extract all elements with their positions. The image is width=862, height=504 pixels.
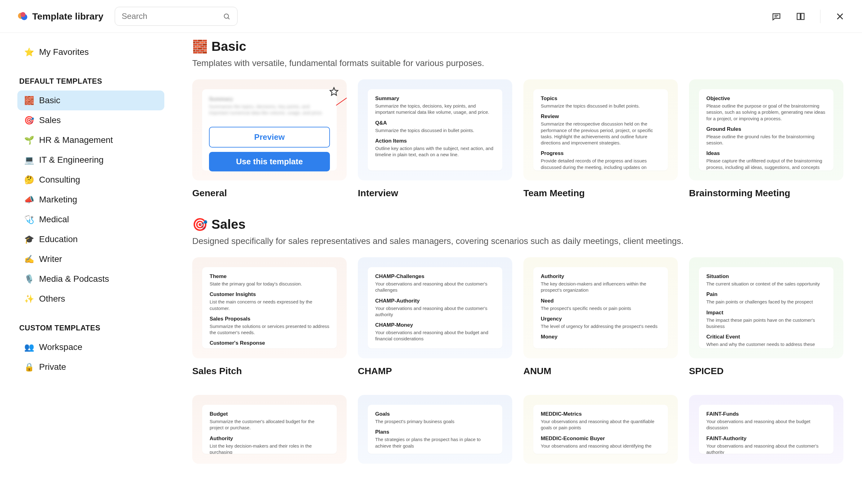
close-icon[interactable]: [835, 12, 845, 21]
sidebar-item-sales[interactable]: 🎯Sales: [17, 110, 164, 130]
sidebar-item-hr-management[interactable]: 🌱HR & Management: [17, 130, 164, 150]
search-box[interactable]: [115, 7, 237, 26]
preview-block-heading: Urgency: [541, 316, 661, 322]
template-card[interactable]: Summary Summarize the topics, decisions,…: [192, 79, 347, 198]
sidebar-item-basic[interactable]: 🧱Basic: [17, 91, 164, 110]
template-card[interactable]: ThemeState the primary goal for today's …: [192, 257, 347, 376]
preview-block-heading: Progress: [541, 150, 661, 157]
preview-block-heading: Ground Rules: [706, 126, 826, 132]
template-card[interactable]: ObjectivePlease outline the purpose or g…: [689, 79, 844, 198]
preview-block-text: The current situation or context of the …: [706, 281, 826, 287]
svg-point-2: [21, 12, 25, 17]
sidebar-item-label: Basic: [39, 95, 60, 105]
preview-block-text: Provide detailed records of the progress…: [541, 158, 661, 171]
sidebar-item-consulting[interactable]: 🤔Consulting: [17, 170, 164, 190]
sidebar-item-icon: ✨: [24, 294, 34, 304]
template-card[interactable]: FAINT-FundsYour observations and reasoni…: [689, 395, 844, 464]
preview-block-heading: Customer Insights: [210, 291, 329, 297]
preview-block-heading: Budget: [210, 411, 329, 417]
sidebar-item-label: HR & Management: [39, 135, 113, 145]
preview-block-heading: Ideas: [706, 150, 826, 157]
sidebar-item-label: Marketing: [39, 195, 77, 204]
sidebar-favorites[interactable]: ⭐My Favorites: [17, 42, 164, 62]
preview-block-text: Outline key action plans with the subjec…: [375, 145, 495, 158]
card-preview: TopicsSummarize the topics discussed in …: [533, 89, 668, 171]
preview-block-text: The strategies or plans the prospect has…: [375, 436, 495, 449]
template-card[interactable]: MEDDIC-MetricsYour observations and reas…: [523, 395, 678, 464]
preview-block-heading: Review: [541, 114, 661, 120]
sidebar-item-icon: 🌱: [24, 135, 34, 145]
preview-block-heading: Sales Proposals: [210, 316, 329, 322]
section-title: 🧱Basic: [192, 39, 844, 54]
sidebar-item-media-podcasts[interactable]: 🎙️Media & Podcasts: [17, 269, 164, 289]
template-card[interactable]: GoalsThe prospect's primary business goa…: [358, 395, 512, 464]
sidebar: ⭐My FavoritesDEFAULT TEMPLATES🧱Basic🎯Sal…: [0, 33, 174, 504]
sidebar-item-label: Medical: [39, 214, 69, 224]
feedback-icon[interactable]: [772, 12, 781, 21]
preview-block-heading: Critical Event: [706, 334, 826, 340]
sidebar-item-workspace[interactable]: 👥Workspace: [17, 337, 164, 357]
sidebar-item-private[interactable]: 🔒Private: [17, 357, 164, 377]
preview-block-heading: CHAMP-Money: [375, 322, 495, 328]
sidebar-item-education[interactable]: 🎓Education: [17, 229, 164, 249]
sidebar-item-it-engineering[interactable]: 💻IT & Engineering: [17, 150, 164, 170]
sidebar-item-icon: 👥: [24, 343, 34, 352]
docs-icon[interactable]: [796, 12, 805, 21]
template-card[interactable]: AuthorityThe key decision-makers and inf…: [523, 257, 678, 376]
sidebar-heading-default: DEFAULT TEMPLATES: [17, 73, 164, 91]
preview-block-text: Please outline the ground rules for the …: [706, 134, 826, 146]
preview-button[interactable]: Preview: [209, 127, 330, 148]
template-card[interactable]: TopicsSummarize the topics discussed in …: [523, 79, 678, 198]
preview-block-heading: Action Items: [375, 138, 495, 144]
preview-block-heading: Objective: [706, 95, 826, 102]
section-emoji: 🧱: [192, 39, 208, 54]
section-title-text: Basic: [211, 39, 246, 54]
preview-block-heading: Money: [541, 334, 661, 340]
card-preview: FAINT-FundsYour observations and reasoni…: [699, 405, 834, 454]
preview-block-text: The pain points or challenges faced by t…: [706, 299, 826, 305]
preview-block-heading: Authority: [210, 436, 329, 442]
preview-block-heading: MEDDIC-Economic Buyer: [541, 436, 661, 442]
search-input[interactable]: [122, 12, 223, 21]
sidebar-item-label: Others: [39, 294, 65, 304]
sidebar-item-icon: 🤔: [24, 175, 34, 185]
sidebar-item-icon: ⭐: [24, 48, 34, 57]
app-logo-icon: [17, 11, 28, 22]
preview-block-text: Please outline the purpose or goal of th…: [706, 103, 826, 122]
preview-block-heading: Goals: [375, 411, 495, 417]
card-preview: AuthorityThe key decision-makers and inf…: [533, 267, 668, 348]
preview-block-heading: Topics: [541, 95, 661, 102]
template-name: General: [192, 188, 347, 198]
preview-block-text: The impact these pain points have on the…: [706, 317, 826, 330]
sidebar-item-medical[interactable]: 🩺Medical: [17, 210, 164, 229]
sidebar-item-others[interactable]: ✨Others: [17, 289, 164, 309]
template-card[interactable]: SummarySummarize the topics, decisions, …: [358, 79, 512, 198]
search-icon: [223, 13, 231, 20]
preview-block-text: Your observations and reasoning about th…: [375, 305, 495, 318]
template-name: CHAMP: [358, 366, 512, 376]
template-card[interactable]: CHAMP-ChallengesYour observations and re…: [358, 257, 512, 376]
card-preview: ObjectivePlease outline the purpose or g…: [699, 89, 834, 171]
preview-block-text: Summarize the customer's allocated budge…: [210, 419, 329, 431]
template-name: Interview: [358, 188, 512, 198]
template-card[interactable]: BudgetSummarize the customer's allocated…: [192, 395, 347, 464]
sidebar-item-icon: 📣: [24, 195, 34, 204]
svg-point-3: [224, 14, 228, 18]
card-preview: SituationThe current situation or contex…: [699, 267, 834, 348]
sidebar-item-label: Workspace: [39, 342, 82, 352]
template-name: ANUM: [523, 366, 678, 376]
favorite-star-icon[interactable]: [329, 87, 339, 96]
card-hover-overlay: Summary Summarize the topics, decisions,…: [202, 89, 337, 171]
preview-block-heading: Authority: [541, 274, 661, 280]
template-card[interactable]: SituationThe current situation or contex…: [689, 257, 844, 376]
preview-block-text: The level of urgency for addressing the …: [541, 323, 661, 330]
use-template-button[interactable]: Use this template: [209, 152, 330, 171]
sidebar-item-writer[interactable]: ✍️Writer: [17, 249, 164, 269]
preview-block-text: Summarize the topics, decisions, key poi…: [375, 103, 495, 116]
preview-block-text: Summarize the solutions or services pres…: [210, 323, 329, 336]
preview-block-heading: Theme: [210, 274, 329, 280]
preview-block-heading: CHAMP-Authority: [375, 298, 495, 304]
sidebar-item-marketing[interactable]: 📣Marketing: [17, 190, 164, 210]
card-preview: SummarySummarize the topics, decisions, …: [368, 89, 502, 171]
preview-block-text: Your observations and reasoning about id…: [541, 443, 661, 449]
